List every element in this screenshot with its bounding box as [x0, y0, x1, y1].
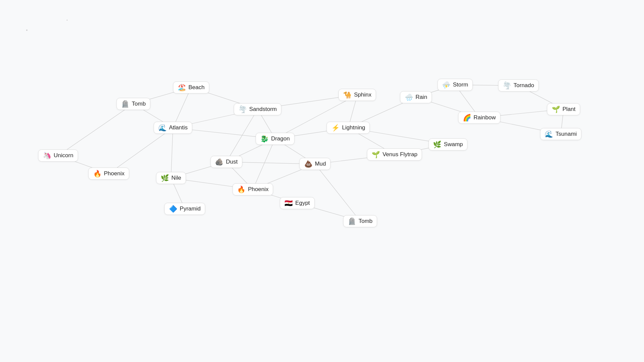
node-tornado[interactable]: 🌪️Tornado [498, 79, 539, 92]
node-lightning[interactable]: ⚡Lightning [327, 122, 370, 134]
node-emoji-venusflytrap: 🌱 [372, 151, 380, 158]
node-phoenix1[interactable]: 🔥Phoenix [89, 168, 129, 180]
svg-point-0 [26, 29, 28, 31]
node-emoji-unicorn: 🦄 [43, 152, 51, 159]
svg-line-79 [226, 109, 258, 162]
node-label-tomb2: Tomb [359, 218, 373, 225]
node-unicorn[interactable]: 🦄Unicorn [38, 149, 78, 162]
node-storm[interactable]: ⛈️Storm [437, 79, 473, 91]
node-label-tomb1: Tomb [132, 101, 146, 107]
svg-line-91 [315, 164, 360, 221]
svg-point-1 [67, 20, 68, 21]
node-rainbow[interactable]: 🌈Rainbow [458, 112, 500, 124]
node-label-dragon: Dragon [271, 135, 290, 142]
node-label-rain: Rain [416, 94, 427, 101]
node-emoji-dragon: 🐉 [260, 135, 269, 142]
node-tsunami[interactable]: 🌊Tsunami [540, 128, 581, 140]
node-sandstorm[interactable]: 🌪️Sandstorm [234, 103, 281, 115]
node-phoenix2[interactable]: 🔥Phoenix [232, 183, 273, 195]
node-plant[interactable]: 🌱Plant [547, 103, 580, 115]
svg-line-87 [253, 139, 275, 189]
node-label-sphinx: Sphinx [354, 92, 371, 98]
node-sphinx[interactable]: 🐪Sphinx [338, 89, 376, 101]
node-label-beach: Beach [189, 84, 205, 91]
node-emoji-swamp: 🌿 [433, 141, 441, 148]
node-label-rainbow: Rainbow [474, 114, 496, 121]
node-egypt[interactable]: 🇪🇬Egypt [280, 197, 314, 209]
node-label-atlantis: Atlantis [169, 124, 188, 131]
node-emoji-storm: ⛈️ [442, 81, 450, 88]
node-pyramid[interactable]: 🔷Pyramid [164, 203, 205, 215]
node-emoji-dust: 🪨 [215, 159, 223, 165]
background-decoration [0, 0, 101, 50]
node-mud[interactable]: 💩Mud [300, 158, 331, 170]
node-label-nile: Nile [171, 175, 181, 181]
node-label-dust: Dust [226, 159, 237, 165]
node-emoji-tornado: 🌪️ [503, 82, 511, 89]
node-emoji-tomb2: 🪦 [348, 218, 356, 225]
node-label-egypt: Egypt [295, 200, 310, 206]
svg-line-106 [109, 128, 173, 174]
svg-line-67 [58, 104, 133, 156]
node-label-sandstorm: Sandstorm [249, 106, 277, 113]
node-emoji-tsunami: 🌊 [545, 131, 553, 137]
node-label-tsunami: Tsunami [555, 131, 577, 137]
svg-line-71 [171, 128, 173, 178]
node-dust[interactable]: 🪨Dust [210, 156, 242, 168]
node-emoji-beach: 🏖️ [178, 84, 186, 91]
node-label-plant: Plant [562, 106, 576, 113]
node-label-tornado: Tornado [514, 82, 534, 89]
node-label-swamp: Swamp [444, 141, 463, 148]
node-label-mud: Mud [315, 161, 326, 167]
node-label-pyramid: Pyramid [180, 205, 201, 212]
node-label-venusflytrap: Venus Flytrap [382, 151, 417, 158]
node-tomb1[interactable]: 🪦Tomb [116, 98, 151, 110]
node-emoji-sandstorm: 🌪️ [238, 106, 247, 113]
node-dragon[interactable]: 🐉Dragon [256, 133, 294, 145]
node-label-storm: Storm [453, 81, 468, 88]
node-emoji-pyramid: 🔷 [169, 205, 177, 212]
node-swamp[interactable]: 🌿Swamp [428, 138, 468, 150]
node-emoji-atlantis: 🌊 [158, 124, 167, 131]
node-emoji-rainbow: 🌈 [463, 114, 471, 121]
node-label-phoenix1: Phoenix [104, 170, 124, 177]
node-atlantis[interactable]: 🌊Atlantis [154, 122, 193, 134]
node-emoji-phoenix2: 🔥 [237, 186, 246, 193]
node-emoji-plant: 🌱 [552, 106, 560, 113]
node-emoji-mud: 💩 [304, 161, 313, 167]
node-label-phoenix2: Phoenix [248, 186, 268, 193]
node-emoji-phoenix1: 🔥 [93, 170, 102, 177]
node-emoji-egypt: 🇪🇬 [284, 200, 293, 206]
node-emoji-sphinx: 🐪 [343, 92, 352, 98]
node-nile[interactable]: 🌿Nile [156, 172, 186, 184]
node-emoji-nile: 🌿 [161, 175, 169, 181]
node-rain[interactable]: 🌧️Rain [400, 91, 432, 103]
node-emoji-rain: 🌧️ [405, 94, 413, 101]
node-label-unicorn: Unicorn [54, 152, 73, 159]
node-emoji-tomb1: 🪦 [121, 101, 129, 107]
node-emoji-lightning: ⚡ [331, 124, 340, 131]
node-venusflytrap[interactable]: 🌱Venus Flytrap [367, 148, 422, 161]
node-beach[interactable]: 🏖️Beach [173, 81, 209, 94]
connections-layer [0, 0, 644, 362]
node-tomb2[interactable]: 🪦Tomb [343, 215, 377, 227]
node-label-lightning: Lightning [342, 124, 365, 131]
